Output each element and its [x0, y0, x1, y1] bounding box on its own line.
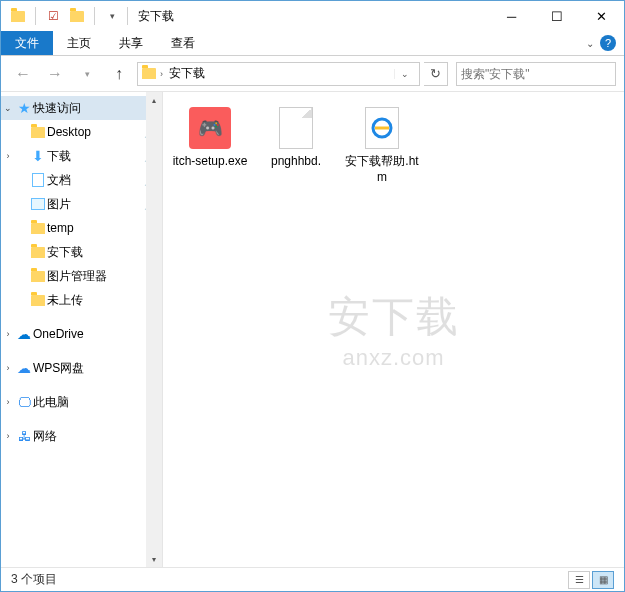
separator [127, 7, 128, 25]
folder-icon [29, 127, 47, 138]
minimize-button[interactable]: ─ [489, 1, 534, 31]
file-item[interactable]: 🎮 itch-setup.exe [171, 104, 249, 185]
details-view-button[interactable]: ☰ [568, 571, 590, 589]
file-icon [272, 104, 320, 152]
watermark-text: anxz.com [328, 345, 460, 371]
chevron-right-icon[interactable]: › [160, 69, 163, 79]
status-bar: 3 个项目 ☰ ▦ [1, 567, 624, 591]
folder-icon [29, 223, 47, 234]
sidebar-item-desktop[interactable]: Desktop 📌 [1, 120, 162, 144]
expand-icon[interactable]: › [1, 151, 15, 161]
sidebar-item-label: 下载 [47, 148, 144, 165]
sidebar-item-label: temp [47, 221, 156, 235]
recent-dropdown-icon[interactable]: ▾ [73, 60, 101, 88]
item-count: 3 个项目 [11, 571, 57, 588]
expand-icon[interactable]: › [1, 363, 15, 373]
separator [35, 7, 36, 25]
sidebar-item-network[interactable]: › 🖧 网络 [1, 424, 162, 448]
star-icon: ★ [15, 100, 33, 116]
sidebar-item-anxz[interactable]: 安下载 [1, 240, 162, 264]
expand-icon[interactable]: › [1, 329, 15, 339]
sidebar-item-label: 文档 [47, 172, 144, 189]
properties-icon[interactable]: ☑ [42, 5, 64, 27]
sidebar-item-label: Desktop [47, 125, 144, 139]
file-name: 安下载帮助.htm [343, 154, 421, 185]
download-icon: ⬇ [29, 148, 47, 164]
monitor-icon: 🖵 [15, 395, 33, 410]
navigation-pane: ⌄ ★ 快速访问 Desktop 📌 › ⬇ 下载 📌 文档 📌 [1, 92, 163, 567]
sidebar-item-unupload[interactable]: 未上传 [1, 288, 162, 312]
maximize-button[interactable]: ☐ [534, 1, 579, 31]
scroll-up-icon[interactable]: ▴ [146, 92, 162, 108]
forward-button[interactable]: → [41, 60, 69, 88]
expand-icon[interactable]: › [1, 397, 15, 407]
separator [94, 7, 95, 25]
close-button[interactable]: ✕ [579, 1, 624, 31]
search-input[interactable] [461, 67, 611, 81]
folder-icon [29, 247, 47, 258]
quick-access-toolbar: ☑ ▾ [7, 5, 123, 27]
tab-share[interactable]: 共享 [105, 31, 157, 55]
file-item[interactable]: 安下载帮助.htm [343, 104, 421, 185]
file-item[interactable]: pnghhbd. [257, 104, 335, 185]
up-button[interactable]: ↑ [105, 60, 133, 88]
icons-view-button[interactable]: ▦ [592, 571, 614, 589]
folder-icon[interactable] [66, 5, 88, 27]
network-icon: 🖧 [15, 429, 33, 444]
scrollbar[interactable]: ▴ ▾ [146, 92, 162, 567]
folder-icon [29, 295, 47, 306]
watermark-text: 安下载 [328, 289, 460, 345]
folder-icon[interactable] [7, 5, 29, 27]
sidebar-item-label: 安下载 [47, 244, 156, 261]
file-tab[interactable]: 文件 [1, 31, 53, 55]
sidebar-item-wps[interactable]: › ☁ WPS网盘 [1, 356, 162, 380]
sidebar-item-label: 图片管理器 [47, 268, 156, 285]
app-icon: 🎮 [186, 104, 234, 152]
navigation-bar: ← → ▾ ↑ › 安下载 ⌄ ↻ [1, 56, 624, 92]
cloud-icon: ☁ [15, 326, 33, 342]
tab-home[interactable]: 主页 [53, 31, 105, 55]
sidebar-item-label: 图片 [47, 196, 144, 213]
sidebar-item-label: 快速访问 [33, 100, 156, 117]
ie-icon [358, 104, 406, 152]
ribbon: 文件 主页 共享 查看 ⌄ ? [1, 31, 624, 56]
view-switcher: ☰ ▦ [568, 571, 614, 589]
expand-ribbon-icon[interactable]: ⌄ [586, 38, 594, 49]
expand-icon[interactable]: › [1, 431, 15, 441]
sidebar-item-onedrive[interactable]: › ☁ OneDrive [1, 322, 162, 346]
sidebar-item-label: 此电脑 [33, 394, 156, 411]
sidebar-item-label: 未上传 [47, 292, 156, 309]
search-box[interactable] [456, 62, 616, 86]
file-list[interactable]: 🎮 itch-setup.exe pnghhbd. 安下载帮助.htm 安下载 … [163, 92, 624, 567]
window-title: 安下载 [138, 8, 174, 25]
scroll-down-icon[interactable]: ▾ [146, 551, 162, 567]
window-controls: ─ ☐ ✕ [489, 1, 624, 31]
document-icon [29, 173, 47, 187]
sidebar-item-thispc[interactable]: › 🖵 此电脑 [1, 390, 162, 414]
file-name: pnghhbd. [271, 154, 321, 170]
file-name: itch-setup.exe [173, 154, 248, 170]
sidebar-item-downloads[interactable]: › ⬇ 下载 📌 [1, 144, 162, 168]
cloud-icon: ☁ [15, 360, 33, 376]
qat-dropdown-icon[interactable]: ▾ [101, 5, 123, 27]
sidebar-item-documents[interactable]: 文档 📌 [1, 168, 162, 192]
watermark: 安下载 anxz.com [328, 289, 460, 371]
refresh-button[interactable]: ↻ [424, 62, 448, 86]
sidebar-item-label: WPS网盘 [33, 360, 156, 377]
tab-view[interactable]: 查看 [157, 31, 209, 55]
sidebar-item-temp[interactable]: temp [1, 216, 162, 240]
sidebar-item-quick-access[interactable]: ⌄ ★ 快速访问 [1, 96, 162, 120]
content-area: ⌄ ★ 快速访问 Desktop 📌 › ⬇ 下载 📌 文档 📌 [1, 92, 624, 567]
help-icon[interactable]: ? [600, 35, 616, 51]
address-bar[interactable]: › 安下载 ⌄ [137, 62, 420, 86]
sidebar-item-label: OneDrive [33, 327, 156, 341]
tree: ⌄ ★ 快速访问 Desktop 📌 › ⬇ 下载 📌 文档 📌 [1, 92, 162, 452]
address-dropdown-icon[interactable]: ⌄ [394, 69, 415, 79]
sidebar-item-picmgr[interactable]: 图片管理器 [1, 264, 162, 288]
sidebar-item-pictures[interactable]: 图片 📌 [1, 192, 162, 216]
sidebar-item-label: 网络 [33, 428, 156, 445]
breadcrumb[interactable]: 安下载 [167, 65, 207, 82]
back-button[interactable]: ← [9, 60, 37, 88]
collapse-icon[interactable]: ⌄ [1, 103, 15, 113]
title-bar: ☑ ▾ 安下载 ─ ☐ ✕ [1, 1, 624, 31]
